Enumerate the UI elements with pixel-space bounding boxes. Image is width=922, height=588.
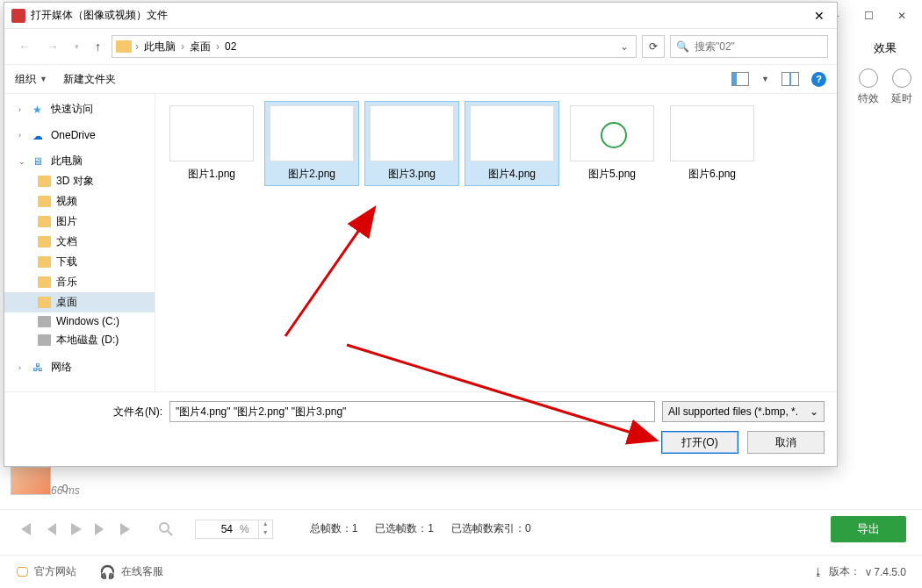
sidebar-downloads[interactable]: 下载 [4, 252, 155, 272]
chevron-down-icon: ▼ [40, 75, 47, 83]
sidebar-item-label: 视频 [56, 194, 77, 209]
preview-pane-button[interactable] [782, 72, 799, 86]
effect-delay[interactable]: 延时 [887, 68, 917, 106]
sidebar-item-label: 下载 [56, 255, 77, 269]
sidebar-item-label: OneDrive [51, 129, 96, 141]
frame-thumbnail[interactable] [11, 467, 51, 495]
breadcrumb-this-pc[interactable]: 此电脑 [142, 38, 177, 56]
filename-label: 文件名(N): [113, 405, 162, 419]
folder-icon [38, 256, 51, 268]
sidebar-this-pc[interactable]: ⌄🖥此电脑 [4, 151, 155, 171]
official-site-label: 官方网站 [34, 564, 76, 579]
star-icon: ★ [32, 104, 46, 115]
zoom-input[interactable]: % ▲▼ [195, 520, 273, 539]
sidebar-music[interactable]: 音乐 [4, 272, 155, 292]
nav-history-dropdown[interactable]: ▾ [69, 40, 84, 53]
file-item[interactable]: 图片1.png [164, 101, 259, 186]
open-button[interactable]: 打开(O) [661, 431, 738, 454]
organize-menu[interactable]: 组织▼ [15, 72, 47, 87]
total-frames-value: 1 [352, 522, 358, 534]
nav-back-button[interactable]: ← [13, 38, 36, 55]
address-dropdown[interactable]: ⌄ [616, 40, 632, 53]
breadcrumb-sep: › [181, 40, 184, 53]
selected-frames-label: 已选帧数： [375, 522, 428, 534]
prev-frame-button[interactable] [44, 521, 58, 537]
sidebar-drive-c[interactable]: Windows (C:) [4, 312, 155, 330]
search-icon[interactable] [158, 521, 174, 537]
effects-panel: 效果 特效 延时 [848, 32, 922, 106]
drive-icon [38, 334, 51, 346]
new-folder-button[interactable]: 新建文件夹 [63, 72, 116, 87]
nav-up-button[interactable]: ↑ [90, 38, 106, 55]
folder-icon [38, 236, 51, 247]
monitor-icon: 🖵 [16, 564, 29, 579]
organize-label: 组织 [15, 72, 36, 87]
support-link[interactable]: 🎧在线客服 [99, 564, 163, 580]
sparkle-icon [859, 68, 878, 88]
file-thumbnail [270, 105, 354, 161]
file-thumbnail [370, 105, 454, 161]
sidebar-drive-d[interactable]: 本地磁盘 (D:) [4, 330, 155, 350]
sidebar-desktop[interactable]: 桌面 [4, 292, 155, 312]
zoom-down[interactable]: ▼ [259, 529, 272, 538]
sidebar-network[interactable]: ›🖧网络 [4, 357, 155, 377]
sidebar-onedrive[interactable]: ›☁OneDrive [4, 126, 155, 144]
file-name: 图片5.png [569, 167, 655, 182]
folder-icon [38, 216, 51, 227]
selected-frames-value: 1 [428, 522, 434, 534]
nav-forward-button[interactable]: → [41, 38, 64, 55]
sidebar-3d-objects[interactable]: 3D 对象 [4, 171, 155, 191]
file-item[interactable]: 图片4.png [465, 101, 559, 186]
sidebar-quick-access[interactable]: ›★快速访问 [4, 99, 155, 119]
zoom-up[interactable]: ▲ [259, 520, 272, 529]
view-mode-button[interactable] [731, 72, 749, 86]
zoom-value[interactable] [196, 521, 234, 537]
playback-bar: % ▲▼ 总帧数：1 已选帧数：1 已选帧数索引：0 导出 [0, 509, 922, 548]
dialog-title: 打开媒体（图像或视频）文件 [31, 8, 809, 23]
cancel-button[interactable]: 取消 [747, 431, 825, 454]
effects-title: 效果 [848, 40, 922, 68]
sidebar-item-label: 此电脑 [51, 154, 83, 169]
zoom-stepper[interactable]: ▲▼ [258, 520, 272, 538]
maximize-button[interactable]: ☐ [855, 5, 882, 27]
search-box[interactable]: 🔍 [670, 35, 828, 58]
breadcrumb-folder[interactable]: 02 [223, 39, 238, 54]
filetype-select[interactable]: All supported files (*.bmp, *.⌄ [662, 401, 825, 422]
refresh-button[interactable]: ⟳ [642, 35, 665, 58]
sidebar-documents[interactable]: 文档 [4, 232, 155, 252]
close-button[interactable]: ✕ [889, 5, 915, 27]
effect-special[interactable]: 特效 [854, 68, 883, 106]
search-icon: 🔍 [676, 40, 689, 53]
file-item[interactable]: 图片6.png [665, 101, 760, 186]
sidebar-item-label: 本地磁盘 (D:) [56, 333, 119, 348]
sidebar-videos[interactable]: 视频 [4, 191, 155, 212]
cloud-icon: ☁ [32, 130, 46, 141]
folder-icon [38, 297, 51, 308]
next-frame-button[interactable] [93, 521, 107, 537]
file-item[interactable]: 图片2.png [264, 101, 359, 186]
file-item[interactable]: 图片3.png [364, 101, 459, 186]
view-dropdown[interactable]: ▼ [761, 75, 769, 83]
dialog-close-button[interactable]: ✕ [809, 9, 830, 23]
breadcrumb-sep: › [135, 40, 139, 53]
official-site-link[interactable]: 🖵官方网站 [16, 564, 76, 579]
help-button[interactable]: ? [811, 72, 826, 87]
headset-icon: 🎧 [99, 564, 116, 580]
last-frame-button[interactable] [118, 521, 135, 537]
address-bar[interactable]: › 此电脑 › 桌面 › 02 ⌄ [112, 35, 637, 58]
breadcrumb-desktop[interactable]: 桌面 [188, 38, 212, 56]
file-item[interactable]: 图片5.png [565, 101, 659, 186]
chevron-down-icon: ⌄ [810, 405, 818, 418]
file-grid[interactable]: 图片1.png图片2.png图片3.png图片4.png图片5.png图片6.p… [155, 94, 837, 391]
export-button[interactable]: 导出 [831, 516, 906, 542]
sidebar-item-label: Windows (C:) [56, 315, 119, 327]
file-open-dialog: 打开媒体（图像或视频）文件 ✕ ← → ▾ ↑ › 此电脑 › 桌面 › 02 … [4, 2, 838, 467]
filename-input[interactable] [169, 401, 655, 422]
frame-time: 66 ms [51, 484, 80, 497]
play-button[interactable] [68, 521, 83, 537]
breadcrumb-sep: › [216, 40, 220, 53]
first-frame-button[interactable] [16, 521, 33, 537]
sidebar-pictures[interactable]: 图片 [4, 212, 155, 232]
app-icon [11, 9, 25, 23]
search-input[interactable] [695, 40, 826, 53]
